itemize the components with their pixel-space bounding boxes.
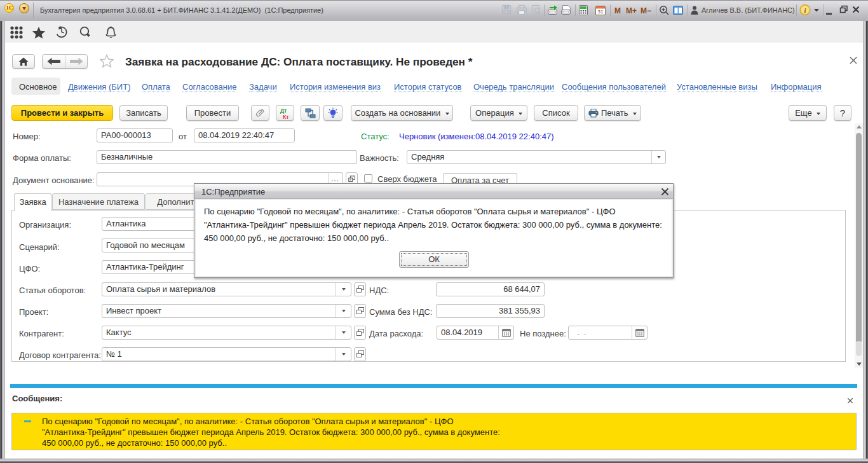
svg-text:M+: M+ xyxy=(626,6,637,15)
svg-text:M−: M− xyxy=(641,6,651,15)
svg-text:31: 31 xyxy=(598,9,604,15)
svg-text:Агличев В.В. (БИТ.ФИНАНС): Агличев В.В. (БИТ.ФИНАНС) xyxy=(702,6,795,14)
svg-text:M: M xyxy=(614,6,621,15)
